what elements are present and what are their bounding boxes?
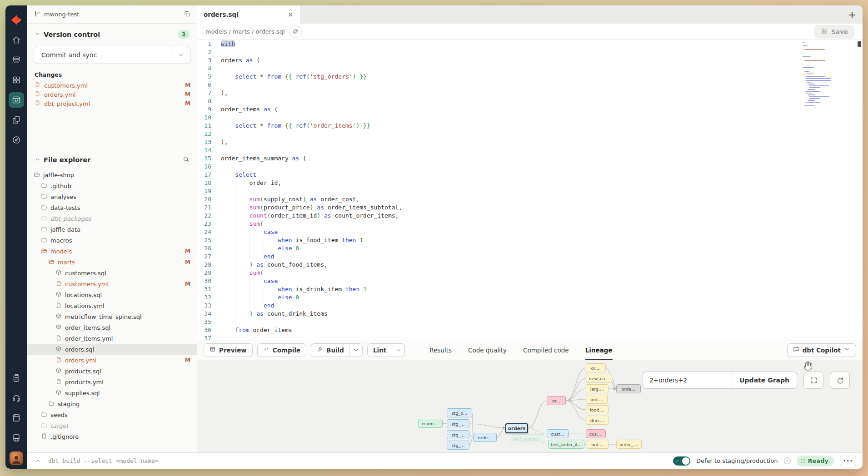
lineage-node-y6[interactable]: drin.... — [586, 416, 609, 425]
fullscreen-button[interactable] — [803, 372, 823, 389]
code-line[interactable]: 10 — [197, 114, 863, 122]
code-line[interactable]: 20 sum(supply_cost) as order_cost, — [197, 195, 863, 203]
environments-icon[interactable] — [9, 52, 24, 68]
lineage-node-ordery[interactable]: order_.... — [616, 440, 642, 449]
code-line[interactable]: 29 sum( — [197, 269, 863, 277]
apps-icon[interactable] — [9, 72, 24, 88]
file-tree-item[interactable]: products.yml — [27, 377, 197, 387]
chevron-down-icon[interactable] — [392, 344, 404, 357]
code-line[interactable]: 11 select * from {{ ref('order_items') }… — [197, 122, 863, 130]
home-icon[interactable] — [9, 32, 24, 48]
lineage-node-orders[interactable]: orders — [505, 423, 528, 433]
compile-button[interactable]: Compile — [257, 343, 306, 357]
code-line[interactable]: 7), — [197, 89, 863, 97]
code-line[interactable]: 18 order_id, — [197, 179, 863, 187]
chevron-down-icon[interactable] — [349, 344, 362, 357]
file-tree-item[interactable]: modelsM — [27, 246, 197, 257]
catalog-icon[interactable] — [9, 370, 24, 386]
code-line[interactable]: 6 — [197, 81, 863, 89]
code-line[interactable]: 24 case — [197, 228, 863, 236]
build-button[interactable]: Build — [311, 343, 363, 357]
code-line[interactable]: 36 from order_items — [197, 326, 863, 334]
changed-file-row[interactable]: customers.ymlM — [27, 81, 197, 90]
file-tree-item[interactable]: .github — [27, 180, 197, 191]
changed-file-row[interactable]: dbt_project.ymlM — [27, 99, 197, 108]
lineage-node-testoi[interactable]: test_order_it... — [548, 440, 584, 449]
file-tree-item[interactable]: order_items.yml — [27, 333, 197, 344]
lineage-node-stg3[interactable]: stg_... — [447, 441, 469, 450]
code-line[interactable]: 25 when is_food_item then 1 — [197, 236, 863, 244]
code-line[interactable]: 35 — [197, 318, 863, 326]
lineage-node-stg1[interactable]: stg_... — [447, 419, 469, 428]
save-button[interactable]: Save — [814, 25, 854, 39]
file-tree-item[interactable]: jaffle-shop — [27, 169, 197, 180]
code-line[interactable]: 23 sum( — [197, 220, 863, 228]
file-tree-item[interactable]: products.sql — [27, 366, 197, 377]
code-line[interactable]: 2 — [197, 48, 863, 56]
preview-button[interactable]: Preview — [204, 343, 253, 357]
orchestrate-icon[interactable] — [9, 112, 24, 128]
close-tab-icon[interactable]: × — [288, 11, 294, 18]
code-line[interactable]: 9order_items as ( — [197, 105, 863, 114]
branch-name[interactable]: mwong-test — [44, 11, 79, 18]
lineage-node-y2[interactable]: new_cu... — [586, 374, 612, 383]
code-line[interactable]: 21 sum(product_price) as order_items_sub… — [197, 203, 863, 212]
file-tree-item[interactable]: jaffle-data — [27, 224, 197, 235]
lineage-node-ecom[interactable]: ecom.... — [418, 419, 443, 428]
file-tree-item[interactable]: martsM — [27, 257, 197, 268]
chevron-down-icon[interactable] — [35, 30, 40, 39]
code-line[interactable]: 28 ) as count_food_items, — [197, 261, 863, 269]
explore-icon[interactable] — [9, 132, 24, 148]
editor-minimap[interactable] — [803, 42, 836, 109]
copy-icon[interactable] — [184, 10, 190, 19]
code-line[interactable]: 5 select * from {{ ref('stg_orders') }} — [197, 73, 863, 81]
docs-icon[interactable] — [9, 410, 24, 426]
tab-code-quality[interactable]: Code quality — [468, 340, 507, 360]
tab-orders-sql[interactable]: orders.sql × — [197, 5, 300, 24]
changed-file-row[interactable]: orders.ymlM — [27, 90, 197, 99]
library-icon[interactable] — [9, 430, 24, 446]
file-tree-item[interactable]: target — [27, 420, 197, 431]
file-tree-item[interactable]: orders.sql — [27, 344, 197, 355]
code-line[interactable]: 15order_items_summary as ( — [197, 154, 863, 163]
file-tree-item[interactable]: staging — [27, 398, 197, 409]
more-options-button[interactable]: ••• — [840, 455, 856, 467]
commit-options-chevron-icon[interactable] — [171, 46, 190, 64]
file-tree-item[interactable]: dbt_packages — [27, 213, 197, 224]
defer-toggle[interactable] — [673, 456, 690, 466]
file-tree-item[interactable]: locations.yml — [27, 300, 197, 311]
file-tree-item[interactable]: locations.sql — [27, 289, 197, 300]
file-tree-item[interactable]: order_items.sql — [27, 322, 197, 333]
code-line[interactable]: 13), — [197, 138, 863, 146]
tab-compiled-code[interactable]: Compiled code — [523, 340, 569, 360]
user-avatar[interactable] — [10, 451, 23, 465]
editor-scrollbar[interactable] — [857, 40, 862, 340]
lineage-node-ordeg[interactable]: orde... — [616, 384, 641, 393]
lineage-node-ordy[interactable]: ord.... — [587, 440, 609, 449]
tab-lineage[interactable]: Lineage — [585, 340, 613, 360]
command-input[interactable]: dbt build --select <model_name> — [48, 457, 159, 464]
code-line[interactable]: 8 — [197, 97, 863, 105]
file-tree-item[interactable]: seeds — [27, 409, 197, 420]
lineage-node-y5[interactable]: food.... — [586, 405, 609, 414]
help-icon[interactable]: ? — [784, 457, 791, 464]
update-graph-button[interactable]: Update Graph — [732, 372, 797, 389]
lineage-node-y3[interactable]: larg.... — [586, 384, 609, 393]
file-tree-item[interactable]: macros — [27, 235, 197, 246]
code-line[interactable]: 14 — [197, 146, 863, 154]
search-icon[interactable] — [183, 156, 190, 164]
lineage-filter-input[interactable] — [643, 372, 732, 389]
code-line[interactable]: 19 — [197, 187, 863, 195]
file-tree-item[interactable]: analyses — [27, 191, 197, 202]
code-line[interactable]: 30 case — [197, 277, 863, 285]
code-line[interactable]: 16 — [197, 163, 863, 171]
support-icon[interactable] — [9, 390, 24, 406]
code-line[interactable]: 26 else 0 — [197, 244, 863, 253]
lint-button[interactable]: Lint — [367, 343, 405, 357]
lineage-node-ordeb[interactable]: orde... — [473, 433, 497, 442]
new-tab-button[interactable]: + — [842, 5, 863, 24]
lineage-node-cust[interactable]: cust... — [547, 429, 569, 438]
code-line[interactable]: 27 end — [197, 253, 863, 261]
lineage-node-stg0[interactable]: stg_o... — [447, 408, 472, 417]
tab-results[interactable]: Results — [429, 340, 452, 360]
